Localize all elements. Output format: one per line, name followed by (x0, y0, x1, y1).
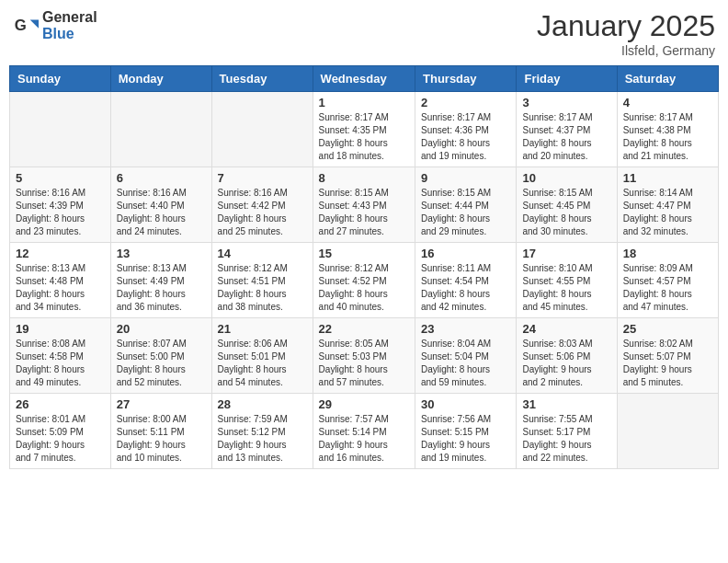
calendar-cell: 10Sunrise: 8:15 AM Sunset: 4:45 PM Dayli… (517, 167, 617, 243)
weekday-header-tuesday: Tuesday (211, 66, 313, 92)
day-number: 23 (421, 322, 510, 336)
day-info: Sunrise: 8:13 AM Sunset: 4:48 PM Dayligh… (16, 262, 105, 314)
day-number: 5 (16, 171, 105, 185)
day-number: 26 (16, 397, 105, 411)
calendar-cell (211, 92, 313, 167)
calendar-table: SundayMondayTuesdayWednesdayThursdayFrid… (9, 65, 719, 469)
day-info: Sunrise: 8:04 AM Sunset: 5:04 PM Dayligh… (421, 338, 510, 389)
day-info: Sunrise: 8:12 AM Sunset: 4:52 PM Dayligh… (319, 262, 409, 314)
day-info: Sunrise: 7:59 AM Sunset: 5:12 PM Dayligh… (218, 413, 307, 465)
day-info: Sunrise: 8:17 AM Sunset: 4:38 PM Dayligh… (623, 111, 712, 163)
day-info: Sunrise: 8:12 AM Sunset: 4:51 PM Dayligh… (218, 262, 307, 314)
day-info: Sunrise: 8:02 AM Sunset: 5:07 PM Dayligh… (623, 338, 712, 389)
weekday-header-thursday: Thursday (415, 66, 517, 92)
day-number: 24 (522, 322, 610, 336)
calendar-cell: 17Sunrise: 8:10 AM Sunset: 4:55 PM Dayli… (517, 243, 617, 318)
calendar-cell: 29Sunrise: 7:57 AM Sunset: 5:14 PM Dayli… (313, 394, 415, 469)
day-info: Sunrise: 8:16 AM Sunset: 4:40 PM Dayligh… (117, 187, 206, 238)
day-info: Sunrise: 8:17 AM Sunset: 4:37 PM Dayligh… (522, 111, 610, 163)
calendar-cell: 13Sunrise: 8:13 AM Sunset: 4:49 PM Dayli… (110, 243, 211, 318)
location: Ilsfeld, Germany (537, 43, 715, 58)
weekday-header-monday: Monday (110, 66, 211, 92)
day-number: 10 (522, 171, 610, 185)
day-number: 4 (623, 96, 712, 109)
day-number: 2 (421, 96, 510, 109)
svg-marker-1 (30, 19, 39, 28)
day-number: 21 (218, 322, 307, 336)
day-number: 29 (319, 397, 409, 411)
week-row-1: 1Sunrise: 8:17 AM Sunset: 4:35 PM Daylig… (10, 92, 719, 167)
day-number: 30 (421, 397, 510, 411)
day-number: 14 (218, 247, 307, 260)
day-number: 17 (522, 247, 610, 260)
day-info: Sunrise: 8:09 AM Sunset: 4:57 PM Dayligh… (623, 262, 712, 314)
day-number: 28 (218, 397, 307, 411)
day-number: 3 (522, 96, 610, 109)
calendar-cell: 16Sunrise: 8:11 AM Sunset: 4:54 PM Dayli… (415, 243, 517, 318)
day-number: 16 (421, 247, 510, 260)
week-row-3: 12Sunrise: 8:13 AM Sunset: 4:48 PM Dayli… (10, 243, 719, 318)
day-info: Sunrise: 8:03 AM Sunset: 5:06 PM Dayligh… (522, 338, 610, 389)
week-row-4: 19Sunrise: 8:08 AM Sunset: 4:58 PM Dayli… (10, 318, 719, 394)
calendar-cell: 14Sunrise: 8:12 AM Sunset: 4:51 PM Dayli… (211, 243, 313, 318)
day-info: Sunrise: 8:14 AM Sunset: 4:47 PM Dayligh… (623, 187, 712, 238)
calendar-cell: 6Sunrise: 8:16 AM Sunset: 4:40 PM Daylig… (110, 167, 211, 243)
day-info: Sunrise: 8:16 AM Sunset: 4:39 PM Dayligh… (16, 187, 105, 238)
title-block: January 2025 Ilsfeld, Germany (537, 9, 715, 58)
calendar-cell: 21Sunrise: 8:06 AM Sunset: 5:01 PM Dayli… (211, 318, 313, 394)
logo-icon: G (13, 13, 39, 39)
calendar-cell: 22Sunrise: 8:05 AM Sunset: 5:03 PM Dayli… (313, 318, 415, 394)
calendar-cell: 7Sunrise: 8:16 AM Sunset: 4:42 PM Daylig… (211, 167, 313, 243)
calendar-cell: 27Sunrise: 8:00 AM Sunset: 5:11 PM Dayli… (110, 394, 211, 469)
day-number: 13 (117, 247, 206, 260)
day-number: 25 (623, 322, 712, 336)
calendar-cell: 20Sunrise: 8:07 AM Sunset: 5:00 PM Dayli… (110, 318, 211, 394)
calendar-cell: 3Sunrise: 8:17 AM Sunset: 4:37 PM Daylig… (517, 92, 617, 167)
week-row-2: 5Sunrise: 8:16 AM Sunset: 4:39 PM Daylig… (10, 167, 719, 243)
day-number: 27 (117, 397, 206, 411)
day-info: Sunrise: 7:57 AM Sunset: 5:14 PM Dayligh… (319, 413, 409, 465)
day-info: Sunrise: 7:55 AM Sunset: 5:17 PM Dayligh… (522, 413, 610, 465)
day-info: Sunrise: 8:13 AM Sunset: 4:49 PM Dayligh… (117, 262, 206, 314)
calendar-cell: 1Sunrise: 8:17 AM Sunset: 4:35 PM Daylig… (313, 92, 415, 167)
day-number: 19 (16, 322, 105, 336)
calendar-cell: 31Sunrise: 7:55 AM Sunset: 5:17 PM Dayli… (517, 394, 617, 469)
calendar-cell (10, 92, 111, 167)
calendar-cell: 19Sunrise: 8:08 AM Sunset: 4:58 PM Dayli… (10, 318, 111, 394)
day-info: Sunrise: 8:10 AM Sunset: 4:55 PM Dayligh… (522, 262, 610, 314)
calendar-cell: 9Sunrise: 8:15 AM Sunset: 4:44 PM Daylig… (415, 167, 517, 243)
day-number: 8 (319, 171, 409, 185)
day-info: Sunrise: 8:17 AM Sunset: 4:36 PM Dayligh… (421, 111, 510, 163)
day-info: Sunrise: 8:05 AM Sunset: 5:03 PM Dayligh… (319, 338, 409, 389)
day-info: Sunrise: 7:56 AM Sunset: 5:15 PM Dayligh… (421, 413, 510, 465)
day-number: 31 (522, 397, 610, 411)
day-number: 9 (421, 171, 510, 185)
month-year: January 2025 (537, 9, 715, 43)
calendar-cell (110, 92, 211, 167)
calendar-cell: 30Sunrise: 7:56 AM Sunset: 5:15 PM Dayli… (415, 394, 517, 469)
day-info: Sunrise: 8:11 AM Sunset: 4:54 PM Dayligh… (421, 262, 510, 314)
week-row-5: 26Sunrise: 8:01 AM Sunset: 5:09 PM Dayli… (10, 394, 719, 469)
day-number: 15 (319, 247, 409, 260)
calendar-cell: 12Sunrise: 8:13 AM Sunset: 4:48 PM Dayli… (10, 243, 111, 318)
day-number: 6 (117, 171, 206, 185)
day-number: 7 (218, 171, 307, 185)
calendar-cell: 24Sunrise: 8:03 AM Sunset: 5:06 PM Dayli… (517, 318, 617, 394)
weekday-header-saturday: Saturday (617, 66, 718, 92)
day-number: 12 (16, 247, 105, 260)
weekday-header-row: SundayMondayTuesdayWednesdayThursdayFrid… (10, 66, 719, 92)
calendar-cell: 2Sunrise: 8:17 AM Sunset: 4:36 PM Daylig… (415, 92, 517, 167)
day-info: Sunrise: 8:00 AM Sunset: 5:11 PM Dayligh… (117, 413, 206, 465)
day-info: Sunrise: 8:06 AM Sunset: 5:01 PM Dayligh… (218, 338, 307, 389)
logo: G General Blue (13, 9, 97, 41)
calendar-cell: 18Sunrise: 8:09 AM Sunset: 4:57 PM Dayli… (617, 243, 718, 318)
calendar-cell: 28Sunrise: 7:59 AM Sunset: 5:12 PM Dayli… (211, 394, 313, 469)
logo-blue-text: Blue (42, 26, 97, 42)
day-number: 11 (623, 171, 712, 185)
calendar-cell: 5Sunrise: 8:16 AM Sunset: 4:39 PM Daylig… (10, 167, 111, 243)
day-info: Sunrise: 8:15 AM Sunset: 4:44 PM Dayligh… (421, 187, 510, 238)
day-number: 20 (117, 322, 206, 336)
weekday-header-sunday: Sunday (10, 66, 111, 92)
logo-general-text: General (42, 9, 97, 26)
day-info: Sunrise: 8:08 AM Sunset: 4:58 PM Dayligh… (16, 338, 105, 389)
